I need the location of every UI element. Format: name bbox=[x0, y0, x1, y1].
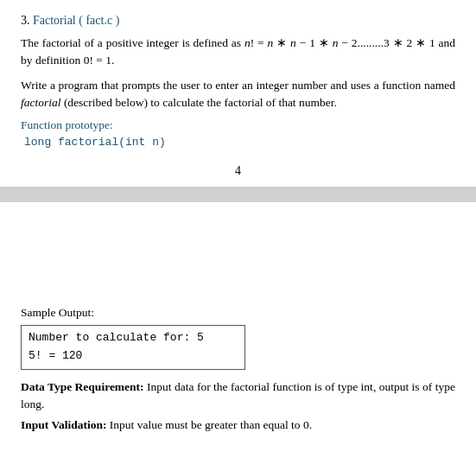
output-line2: 5! = 120 bbox=[29, 347, 238, 366]
problem-title: Factorial bbox=[33, 14, 76, 27]
input-validation-label: Input Validation: bbox=[21, 418, 106, 431]
factorial-italic: factorial bbox=[21, 96, 61, 109]
page-number: 4 bbox=[21, 164, 455, 178]
code-prototype: long factorial(int n) bbox=[21, 136, 455, 149]
description-paragraph: Write a program that prompts the user to… bbox=[21, 77, 455, 112]
data-type-label: Data Type Requirement: bbox=[21, 380, 144, 393]
problem-file-open: ( bbox=[79, 14, 83, 27]
lower-section: Sample Output: Number to calculate for: … bbox=[21, 202, 455, 434]
input-validation-paragraph: Input Validation: Input value must be gr… bbox=[21, 417, 455, 434]
problem-header: 3. Factorial ( fact.c ) bbox=[21, 14, 455, 28]
math-formula: n! = n ∗ n − 1 ∗ n − 2.........3 ∗ 2 ∗ 1 bbox=[244, 36, 435, 49]
output-box: Number to calculate for: 5 5! = 120 bbox=[21, 325, 245, 370]
definition-paragraph: The factorial of a positive integer is d… bbox=[21, 35, 455, 70]
problem-title-link[interactable]: Factorial ( fact.c ) bbox=[33, 14, 119, 27]
prototype-label: Function prototype: bbox=[21, 118, 455, 132]
sample-output-label: Sample Output: bbox=[21, 306, 455, 320]
code-prototype-text: long factorial(int n) bbox=[24, 136, 166, 149]
input-validation-text: Input value must be greater than equal t… bbox=[110, 418, 312, 431]
problem-number: 3. bbox=[21, 14, 30, 27]
data-type-paragraph: Data Type Requirement: Input data for th… bbox=[21, 378, 455, 414]
output-line1: Number to calculate for: 5 bbox=[29, 329, 238, 347]
problem-file-close: ) bbox=[116, 14, 120, 27]
gray-divider-bar bbox=[0, 187, 476, 202]
problem-file: fact.c bbox=[86, 14, 112, 27]
page-container: 3. Factorial ( fact.c ) The factorial of… bbox=[0, 0, 476, 451]
